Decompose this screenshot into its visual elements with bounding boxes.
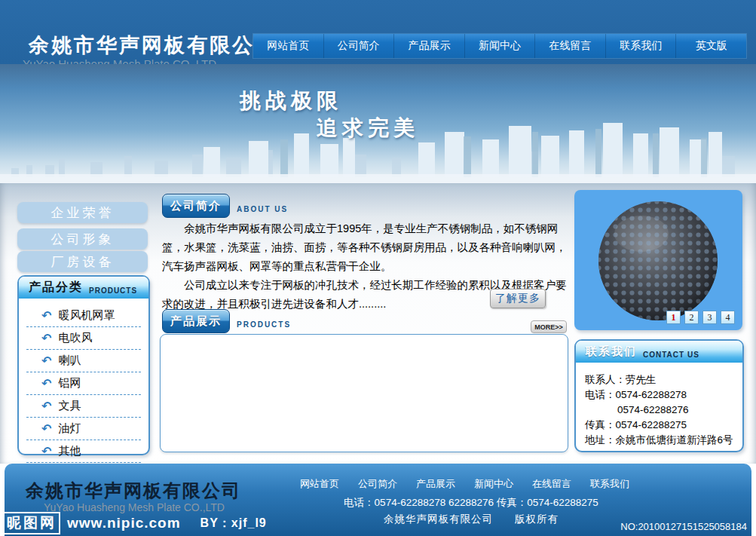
- watermark-author: BY：xjf_l9: [200, 516, 267, 531]
- arrow-icon: ↶: [41, 376, 51, 391]
- category-item-speaker[interactable]: ↶ 喇叭: [26, 350, 141, 372]
- contact-value: 0574-62288278: [616, 389, 687, 400]
- arrow-icon: ↶: [41, 444, 51, 458]
- contact-label: 电话：: [585, 389, 616, 400]
- learn-more-button[interactable]: 了解更多: [490, 289, 546, 308]
- nav-item-news[interactable]: 新闻中心: [464, 34, 535, 58]
- category-label: 文具: [58, 399, 81, 413]
- hero-banner: 挑战极限 追求完美: [0, 64, 756, 183]
- watermark-logo: 昵图网: [3, 512, 60, 534]
- sidebar-link-facility[interactable]: 厂房设备: [17, 251, 148, 272]
- nav-item-about[interactable]: 公司简介: [323, 34, 394, 58]
- arrow-icon: ↶: [41, 354, 51, 368]
- category-item-heater-mesh[interactable]: ↶ 暖风机网罩: [26, 305, 141, 327]
- watermark-url: www.nipic.com: [67, 515, 181, 531]
- site-header: 余姚市华声网板有限公司 YuYao Huasheng Mesh Plate CO…: [0, 0, 756, 64]
- categories-list: ↶ 暖风机网罩 ↶ 电吹风 ↶ 喇叭 ↶ 铝网 ↶ 文具: [19, 299, 148, 463]
- page-button-2[interactable]: 2: [684, 311, 699, 324]
- footer-nav-news[interactable]: 新闻中心: [474, 477, 513, 491]
- footer-nav-home[interactable]: 网站首页: [300, 477, 339, 491]
- contact-value: 0574-62288276: [617, 404, 689, 415]
- contact-label: 联系人：: [585, 374, 626, 385]
- mesh-dome-image: [595, 198, 721, 324]
- category-item-hairdryer[interactable]: ↶ 电吹风: [26, 327, 141, 350]
- slogan-line-2: 追求完美: [317, 114, 419, 142]
- contact-label: 传真：: [585, 419, 616, 430]
- category-label: 喇叭: [58, 354, 81, 368]
- contact-phone2-row: 0574-62288276: [585, 403, 742, 418]
- arrow-icon: ↶: [41, 331, 51, 345]
- products-display-box: [160, 334, 568, 452]
- footer-nav-about[interactable]: 公司简介: [358, 477, 397, 491]
- category-label: 铝网: [58, 376, 81, 391]
- category-label: 电吹风: [58, 331, 92, 345]
- more-button[interactable]: MORE>>: [531, 320, 567, 333]
- contact-panel: 联系我们 CONTACT US 联系人：劳先生 电话：0574-62288278…: [574, 339, 744, 452]
- contact-phone-row: 电话：0574-62288278: [585, 387, 742, 403]
- footer-nav-products[interactable]: 产品展示: [416, 477, 455, 491]
- contact-person-row: 联系人：劳先生: [585, 372, 742, 387]
- nav-item-products[interactable]: 产品展示: [393, 34, 464, 58]
- contact-header: 联系我们 CONTACT US: [576, 341, 742, 363]
- arrow-icon: ↶: [41, 308, 51, 323]
- contact-value: 余姚市低塘街道新洋路6号: [616, 434, 733, 446]
- sidebar-link-honors[interactable]: 企业荣誉: [17, 202, 148, 223]
- contact-value: 0574-62288275: [616, 419, 687, 430]
- contact-subtitle: CONTACT US: [643, 351, 699, 359]
- footer-nav-contact[interactable]: 联系我们: [590, 477, 629, 491]
- arrow-icon: ↶: [41, 399, 51, 413]
- nav-item-english[interactable]: 英文版: [675, 34, 746, 58]
- contact-fax-row: 传真：0574-62288275: [585, 418, 742, 433]
- contact-body: 联系人：劳先生 电话：0574-62288278 0574-62288276 传…: [576, 363, 742, 448]
- product-image-panel: 1 2 3 4: [574, 190, 742, 330]
- category-item-other[interactable]: ↶ 其他: [26, 440, 141, 463]
- watermark-serial: NO:20100127151525058184: [620, 521, 747, 532]
- product-categories-panel: 产品分类 PRODUCTS ↶ 暖风机网罩 ↶ 电吹风 ↶ 喇叭 ↶: [17, 275, 150, 455]
- about-subtitle: ABOUT US: [237, 205, 288, 213]
- products-subtitle: PRODUCTS: [237, 320, 291, 329]
- category-label: 油灯: [58, 421, 81, 436]
- company-name: 余姚市华声网板有限公司: [29, 32, 277, 59]
- category-label: 暖风机网罩: [58, 308, 115, 323]
- footer-nav: 网站首页 公司简介 产品展示 新闻中心 在线留言 联系我们: [300, 477, 629, 491]
- category-item-oil-lamp[interactable]: ↶ 油灯: [26, 418, 141, 440]
- categories-title: 产品分类: [29, 280, 83, 296]
- nav-item-home[interactable]: 网站首页: [253, 34, 323, 58]
- categories-subtitle: PRODUCTS: [89, 286, 137, 295]
- gallery-pagination: 1 2 3 4: [666, 311, 735, 324]
- category-label: 其他: [58, 444, 81, 458]
- contact-address-row: 地址：余姚市低塘街道新洋路6号: [585, 433, 742, 448]
- footer-phone-line: 电话：0574-62288278 62288276 传真：0574-622882…: [300, 496, 642, 510]
- footer-copyright: 余姚华声网板有限公司 版权所有: [300, 513, 642, 526]
- arrow-icon: ↶: [41, 421, 51, 436]
- category-item-stationery[interactable]: ↶ 文具: [26, 395, 141, 418]
- contact-title: 联系我们: [586, 345, 637, 359]
- sidebar-link-image[interactable]: 公司形象: [17, 228, 148, 250]
- category-item-aluminum-mesh[interactable]: ↶ 铝网: [26, 372, 141, 395]
- nav-item-contact[interactable]: 联系我们: [605, 34, 676, 58]
- page-root: 余姚市华声网板有限公司 YuYao Huasheng Mesh Plate CO…: [0, 0, 756, 536]
- about-section-tab[interactable]: 公司简介: [162, 194, 230, 218]
- footer-nav-guestbook[interactable]: 在线留言: [532, 477, 571, 491]
- contact-label: 地址：: [585, 434, 616, 446]
- products-section-tab[interactable]: 产品展示: [162, 309, 230, 333]
- site-footer: 余姚市华声网板有限公司 YuYao Huasheng Mesh Plate CO…: [5, 464, 751, 536]
- page-button-1[interactable]: 1: [666, 311, 681, 324]
- footer-company-name: 余姚市华声网板有限公司: [26, 479, 241, 503]
- slogan-line-1: 挑战极限: [240, 87, 342, 115]
- page-button-3[interactable]: 3: [702, 311, 717, 324]
- about-paragraph-1: 余姚市华声网板有限公司成立于1995年，是专业生产不锈钢制品，如不锈钢网篮，水果…: [162, 219, 571, 276]
- main-nav: 网站首页 公司简介 产品展示 新闻中心 在线留言 联系我们 英文版: [253, 34, 746, 58]
- page-button-4[interactable]: 4: [721, 311, 735, 324]
- watermark-row: 昵图网 www.nipic.com BY：xjf_l9: [3, 512, 267, 534]
- contact-value: 劳先生: [626, 374, 657, 385]
- nav-item-guestbook[interactable]: 在线留言: [534, 34, 605, 58]
- categories-header: 产品分类 PRODUCTS: [19, 277, 148, 299]
- main-content: 企业荣誉 公司形象 厂房设备 产品分类 PRODUCTS ↶ 暖风机网罩 ↶ 电…: [0, 183, 756, 464]
